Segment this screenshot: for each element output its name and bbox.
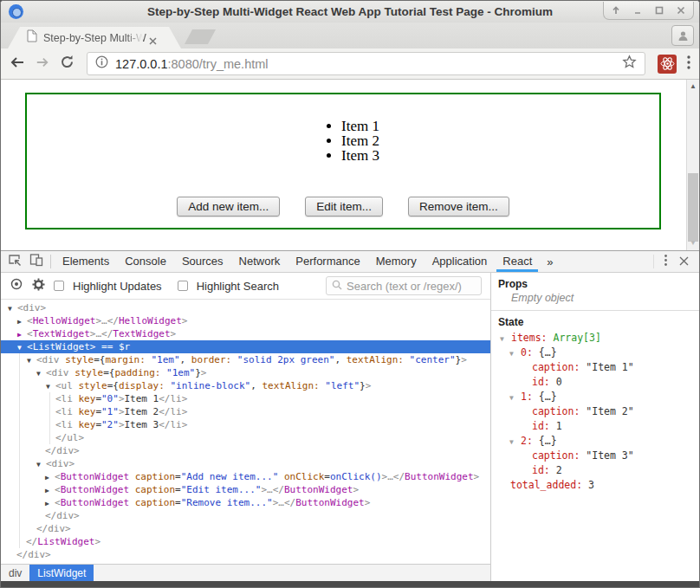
close-window-icon[interactable] <box>677 6 685 15</box>
tree-row[interactable]: ▶<HelloWidget>…</HelloWidget> <box>1 314 490 327</box>
widget-button[interactable]: Remove item... <box>408 197 509 216</box>
tree-text: >…</ <box>90 328 113 339</box>
devtools-menu-icon[interactable] <box>664 254 667 269</box>
expand-triangle-icon[interactable]: ▶ <box>17 315 27 328</box>
tree-row[interactable]: </div> <box>1 522 490 535</box>
widget-button[interactable]: Edit item... <box>305 197 383 216</box>
device-toolbar-icon[interactable] <box>29 253 43 270</box>
expand-triangle-icon[interactable]: ▼ <box>17 341 27 354</box>
expand-triangle-icon[interactable]: ▶ <box>45 471 55 484</box>
devtools-tab-react[interactable]: React <box>495 251 540 272</box>
more-tabs-chevron[interactable]: » <box>540 255 560 268</box>
expand-triangle-icon[interactable]: ▶ <box>17 328 27 341</box>
tree-row[interactable]: <li key="1">Item 2</li> <box>1 405 490 418</box>
window-controls <box>603 2 694 20</box>
tree-row[interactable]: </ListWidget> <box>1 535 490 548</box>
scroll-up-icon[interactable]: ▲ <box>687 81 699 93</box>
breadcrumb-item-div[interactable]: div <box>1 565 29 581</box>
reload-icon[interactable] <box>60 55 75 73</box>
settings-gear-icon[interactable] <box>32 278 45 294</box>
expand-triangle-icon[interactable]: ▼ <box>500 332 511 346</box>
tree-text: "Add new item..." <box>181 471 279 482</box>
expand-triangle-icon[interactable]: ▼ <box>509 391 521 405</box>
state-row[interactable]: caption: "Item 3" <box>491 449 699 463</box>
state-row[interactable]: caption: "Item 2" <box>491 404 699 419</box>
browser-tab[interactable]: Step-by-Step Multi-W <box>8 27 181 48</box>
expand-triangle-icon[interactable]: ▼ <box>36 367 46 380</box>
react-search-box[interactable] <box>326 276 482 295</box>
forward-icon[interactable] <box>36 55 49 73</box>
expand-triangle-icon[interactable]: ▼ <box>36 458 46 471</box>
tree-row[interactable]: </div> <box>1 509 490 522</box>
select-element-target-icon[interactable] <box>10 277 23 294</box>
state-text: id: <box>532 464 550 476</box>
state-row[interactable]: ▼2: {…} <box>491 434 699 449</box>
search-icon <box>332 278 342 294</box>
inspect-element-icon[interactable] <box>8 253 22 270</box>
scroll-down-icon[interactable]: ▼ <box>687 237 699 249</box>
state-row[interactable]: id: 1 <box>491 419 699 434</box>
expand-triangle-icon[interactable]: ▼ <box>46 380 55 393</box>
devtools-tab-memory[interactable]: Memory <box>368 251 425 272</box>
new-tab-button[interactable] <box>185 29 216 44</box>
state-text: "Item 1" <box>580 361 633 373</box>
expand-triangle-icon[interactable]: ▶ <box>45 497 55 510</box>
state-row[interactable]: id: 0 <box>491 375 699 390</box>
tree-row[interactable]: ▶<TextWidget>…</TextWidget> <box>1 327 490 340</box>
tree-row[interactable]: ▶<ButtonWidget caption="Remove item...">… <box>1 496 490 509</box>
state-row[interactable]: ▼0: {…} <box>491 346 699 360</box>
keep-on-top-icon[interactable] <box>612 6 620 15</box>
tree-row[interactable]: ▶<ButtonWidget caption="Add new item..."… <box>1 470 490 483</box>
tree-row[interactable]: </div> <box>1 548 490 561</box>
tree-text: } <box>195 367 201 378</box>
page-info-icon[interactable] <box>95 55 108 72</box>
tree-text <box>129 497 135 508</box>
devtools-tab-network[interactable]: Network <box>231 251 288 272</box>
state-row[interactable]: ▼items: Array[3] <box>491 331 699 346</box>
devtools-tab-console[interactable]: Console <box>117 251 174 272</box>
tree-row[interactable]: ▼<div> <box>1 457 490 470</box>
state-row[interactable]: id: 2 <box>491 463 699 478</box>
devtools-close-icon[interactable] <box>679 254 689 269</box>
browser-menu-icon[interactable] <box>687 55 690 73</box>
bookmark-star-icon[interactable] <box>622 55 637 73</box>
tree-row[interactable]: </div> <box>1 444 490 457</box>
tree-row[interactable]: ▼<div style={padding: "1em"}> <box>1 366 490 379</box>
tab-close-icon[interactable] <box>149 33 157 48</box>
devtools-tab-sources[interactable]: Sources <box>174 251 231 272</box>
breadcrumb-item-listwidget[interactable]: ListWidget <box>29 565 94 581</box>
tree-text: ButtonWidget <box>61 471 129 482</box>
tree-row[interactable]: ▼<div style={margin: "1em", border: "sol… <box>1 353 490 366</box>
scrollbar-thumb[interactable] <box>688 173 698 242</box>
page-scrollbar[interactable]: ▲ ▼ <box>686 80 699 250</box>
omnibox[interactable]: 127.0.0.1:8080/try_me.html <box>87 52 645 75</box>
highlight-search-checkbox[interactable] <box>178 281 188 291</box>
profile-avatar-button[interactable] <box>671 25 694 46</box>
minimize-icon[interactable] <box>633 6 642 15</box>
tree-row[interactable]: ▼<div> <box>1 301 490 314</box>
devtools-tab-elements[interactable]: Elements <box>55 251 117 272</box>
state-row[interactable]: caption: "Item 1" <box>491 360 699 375</box>
tree-row[interactable]: ▼<ListWidget> == $r <box>1 340 490 353</box>
highlight-updates-checkbox[interactable] <box>54 281 64 291</box>
tree-text: Item 3 <box>125 419 159 430</box>
tree-row[interactable]: </ul> <box>1 431 490 444</box>
expand-triangle-icon[interactable]: ▼ <box>27 354 36 367</box>
search-input[interactable] <box>347 280 476 293</box>
widget-button[interactable]: Add new item... <box>177 197 280 216</box>
back-icon[interactable] <box>10 55 25 73</box>
expand-triangle-icon[interactable]: ▼ <box>509 346 521 361</box>
react-devtools-extension-icon[interactable] <box>658 55 677 74</box>
tree-row[interactable]: ▶<ButtonWidget caption="Edit item...">…<… <box>1 483 490 496</box>
expand-triangle-icon[interactable]: ▼ <box>8 302 17 315</box>
state-row[interactable]: total_added: 3 <box>491 478 699 493</box>
devtools-tab-performance[interactable]: Performance <box>288 251 367 272</box>
maximize-icon[interactable] <box>655 6 664 15</box>
state-row[interactable]: ▼1: {…} <box>491 390 699 404</box>
tree-row[interactable]: ▼<ul style={display: "inline-block", tex… <box>1 379 490 392</box>
expand-triangle-icon[interactable]: ▼ <box>509 435 521 449</box>
tree-row[interactable]: <li key="2">Item 3</li> <box>1 418 490 431</box>
tree-row[interactable]: <li key="0">Item 1</li> <box>1 392 490 405</box>
devtools-tab-application[interactable]: Application <box>425 251 496 272</box>
expand-triangle-icon[interactable]: ▶ <box>45 484 55 497</box>
